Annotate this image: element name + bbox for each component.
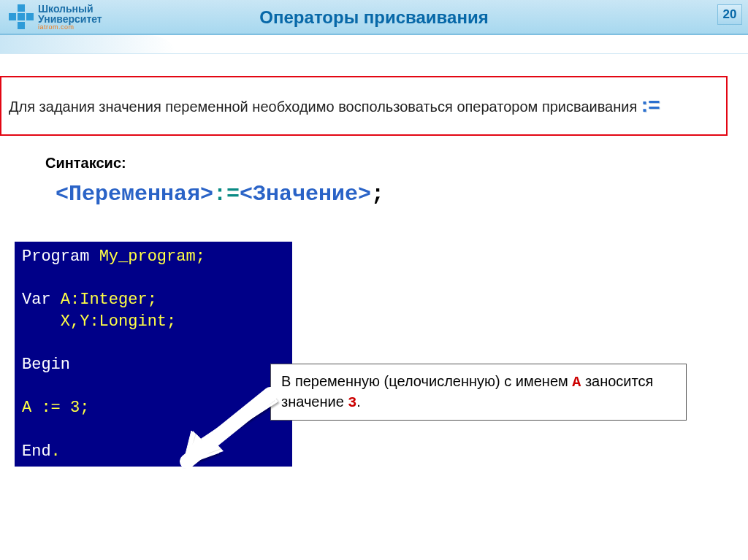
code-block: Program My_program; Var A:Integer; X,Y:L… bbox=[15, 242, 292, 467]
assign-operator-symbol: := bbox=[641, 93, 660, 116]
info-box: Для задания значения переменной необходи… bbox=[0, 76, 728, 136]
annotation-var-a: A bbox=[572, 374, 581, 391]
annotation-value-3: 3 bbox=[348, 394, 356, 411]
syntax-label: Синтаксис: bbox=[45, 155, 748, 172]
syntax-assign: := bbox=[213, 182, 240, 207]
annotation-text-3: . bbox=[356, 394, 361, 410]
annotation-text-1: В переменную (целочисленную) с именем bbox=[281, 373, 572, 389]
header-bar: Школьный Университет iatrom.com Оператор… bbox=[0, 0, 748, 35]
info-text: Для задания значения переменной необходи… bbox=[9, 99, 641, 115]
annotation-box: В переменную (целочисленную) с именем A … bbox=[270, 364, 687, 421]
slide-title: Операторы присваивания bbox=[0, 7, 748, 28]
syntax-terminator: ; bbox=[371, 182, 384, 207]
syntax-line: <Переменная>:=<Значение>; bbox=[56, 182, 748, 207]
syntax-variable: <Переменная> bbox=[56, 182, 213, 207]
page-number-badge: 20 bbox=[717, 4, 742, 25]
header-swoosh bbox=[0, 35, 748, 54]
syntax-value: <Значение> bbox=[240, 182, 371, 207]
